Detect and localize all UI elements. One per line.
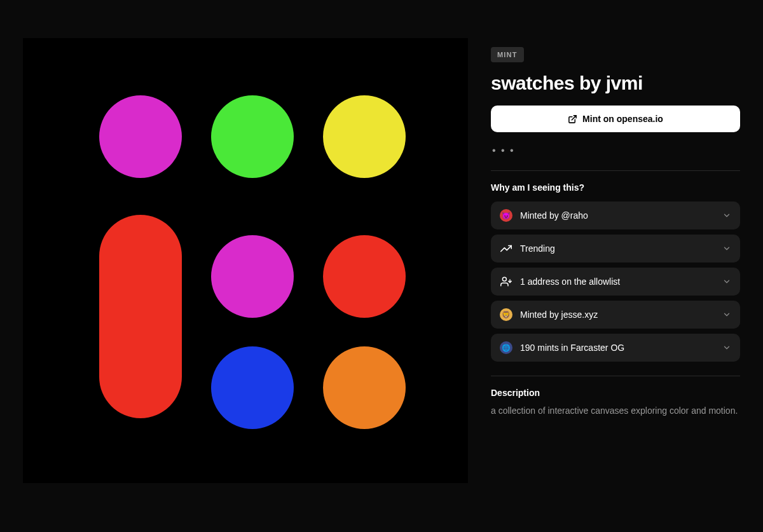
reason-row[interactable]: 🌐190 mints in Farcaster OG <box>491 334 740 362</box>
avatar: 🌐 <box>500 341 512 354</box>
external-link-icon <box>568 114 577 124</box>
artwork-panel[interactable] <box>23 38 468 483</box>
divider <box>491 170 740 171</box>
chevron-down-icon <box>722 343 731 352</box>
more-options-button[interactable]: • • • <box>491 140 516 161</box>
reason-row[interactable]: 🦁Minted by jesse.xyz <box>491 301 740 329</box>
swatch-grid <box>23 38 468 483</box>
reason-row[interactable]: 1 address on the allowlist <box>491 268 740 296</box>
reason-row[interactable]: Trending <box>491 235 740 263</box>
mint-button[interactable]: Mint on opensea.io <box>491 106 740 132</box>
swatch-shape <box>211 95 294 178</box>
trending-icon <box>500 242 512 255</box>
svg-line-0 <box>572 115 576 119</box>
swatch-shape <box>211 235 294 318</box>
swatch-shape <box>323 235 406 318</box>
mint-button-label: Mint on opensea.io <box>582 114 663 124</box>
reason-row[interactable]: 😈Minted by @raho <box>491 201 740 229</box>
chevron-down-icon <box>722 277 731 286</box>
description-text: a collection of interactive canvases exp… <box>491 404 740 418</box>
chevron-down-icon <box>722 310 731 319</box>
swatch-shape <box>323 346 406 429</box>
description-heading: Description <box>491 388 740 398</box>
swatch-shape <box>211 346 294 429</box>
reason-label: 190 mints in Farcaster OG <box>520 343 715 353</box>
swatch-shape <box>99 215 182 418</box>
reason-label: 1 address on the allowlist <box>520 276 715 287</box>
swatch-shape <box>99 95 182 178</box>
reason-label: Trending <box>520 243 715 254</box>
reason-label: Minted by @raho <box>520 210 715 221</box>
reasons-list: 😈Minted by @rahoTrending1 address on the… <box>491 201 740 362</box>
reason-label: Minted by jesse.xyz <box>520 310 715 320</box>
chevron-down-icon <box>722 244 731 253</box>
svg-point-1 <box>502 277 506 281</box>
page-container: MINT swatches by jvmi Mint on opensea.io… <box>0 0 763 506</box>
why-heading: Why am I seeing this? <box>491 182 740 193</box>
allowlist-icon <box>500 275 512 288</box>
avatar: 🦁 <box>500 308 512 321</box>
collection-title: swatches by jvmi <box>491 72 740 94</box>
chevron-down-icon <box>722 211 731 220</box>
details-panel: MINT swatches by jvmi Mint on opensea.io… <box>491 38 740 483</box>
avatar: 😈 <box>500 209 512 222</box>
mint-badge: MINT <box>491 47 524 62</box>
swatch-shape <box>323 95 406 178</box>
divider <box>491 376 740 376</box>
